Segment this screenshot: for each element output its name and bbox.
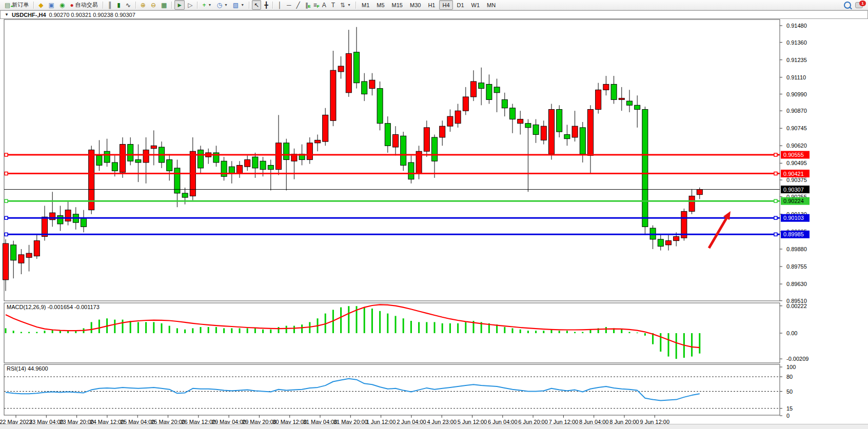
toolbar-separator [103, 2, 103, 9]
svg-text:0.89880: 0.89880 [786, 246, 807, 252]
price-axis: 0.914800.913600.912350.911100.909900.908… [780, 23, 807, 304]
zoom-in-button[interactable]: ⊕ [139, 0, 148, 10]
svg-text:-0.00209: -0.00209 [786, 356, 808, 362]
svg-text:0.90620: 0.90620 [786, 142, 807, 149]
timeframe-m30-button[interactable]: M30 [407, 0, 424, 10]
text-icon: A [322, 2, 326, 8]
rsi-pane: 1008050150RSI(14) 44.9600 [4, 364, 796, 419]
vertical-line-icon: │ [278, 2, 282, 8]
main-toolbar: ▤+新订单◆▣◉●自动交易║▮∿⊕⊖▦►▷+▼◷▼▧▼↖╋│─╱∥E≡FAT⇅▼… [0, 0, 868, 10]
svg-text:1 Jun 12:00: 1 Jun 12:00 [366, 419, 396, 424]
bar-chart-icon: ║ [108, 2, 112, 8]
bar-chart-button[interactable]: ║ [106, 0, 114, 10]
periods-icon: ◷ [216, 2, 222, 8]
svg-text:6 Jun 20:00: 6 Jun 20:00 [518, 419, 548, 424]
candles [3, 27, 703, 291]
timeframe-mn-button[interactable]: MN [484, 0, 499, 10]
chevron-down-icon[interactable]: ▼ [241, 3, 244, 7]
svg-text:5 Jun 12:00: 5 Jun 12:00 [458, 419, 487, 424]
toolbar-separator [249, 2, 249, 9]
svg-text:25 May 04:00: 25 May 04:00 [121, 419, 155, 424]
svg-text:31 May 04:00: 31 May 04:00 [303, 419, 338, 424]
svg-text:0.90495: 0.90495 [786, 160, 807, 166]
chevron-down-icon[interactable]: ▼ [208, 3, 211, 7]
crosshair-icon: ╋ [264, 2, 268, 8]
svg-text:22 May 2023: 22 May 2023 [0, 419, 32, 424]
chart-dropdown-icon[interactable]: ▼ [5, 12, 9, 17]
text-label-button[interactable]: T [329, 0, 337, 10]
zoom-out-button[interactable]: ⊖ [149, 0, 158, 10]
horizontal-line-button[interactable]: ─ [285, 0, 293, 10]
signal-button[interactable]: ◉ [57, 0, 67, 10]
svg-text:0.89985: 0.89985 [783, 231, 804, 237]
new-order-button[interactable]: ▤+新订单 [3, 0, 31, 10]
new-order-icon: ▤+ [5, 2, 10, 8]
autotrading-button[interactable]: ●自动交易 [68, 0, 100, 10]
tile-windows-button[interactable]: ▦ [159, 0, 169, 10]
chart-shift-button[interactable]: ▷ [186, 0, 194, 10]
zoom-out-icon: ⊖ [151, 2, 156, 8]
chevron-down-icon[interactable]: ▼ [347, 3, 351, 7]
equidistant-channel-icon-badge: E [308, 4, 310, 10]
timeframe-d1-button[interactable]: D1 [454, 0, 467, 10]
auto-scroll-icon: ► [176, 2, 183, 8]
svg-text:6 Jun 04:00: 6 Jun 04:00 [488, 419, 518, 424]
svg-text:15: 15 [786, 405, 793, 412]
line-chart-icon: ∿ [126, 2, 131, 8]
timeframe-m5-button[interactable]: M5 [373, 0, 387, 10]
equidistant-channel-button[interactable]: ∥E [303, 0, 310, 10]
cursor-button[interactable]: ↖ [252, 0, 261, 10]
market-watch-button[interactable]: ◆ [36, 0, 45, 10]
timeframe-w1-button[interactable]: W1 [468, 0, 483, 10]
toolbar-separator [272, 2, 273, 9]
timeframe-m1-button[interactable]: M1 [359, 0, 372, 10]
search-icon[interactable] [844, 2, 851, 9]
rsi-label: RSI(14) 44.9600 [7, 365, 48, 372]
svg-text:9 Jun 12:00: 9 Jun 12:00 [640, 419, 670, 424]
auto-scroll-button[interactable]: ► [174, 0, 185, 10]
chart-window-titlebar[interactable]: ▼ USDCHF-,H4 0.90270 0.90321 0.90238 0.9… [0, 10, 868, 19]
templates-icon: ▧ [233, 2, 239, 8]
timeframe-m15-button[interactable]: M15 [389, 0, 406, 10]
fibonacci-button[interactable]: ≡F [311, 0, 319, 10]
chart-area[interactable]: 0.914800.913600.912350.911100.909900.908… [0, 19, 868, 424]
timeframe-h4-button[interactable]: H4 [439, 0, 452, 10]
templates-button[interactable]: ▧▼ [231, 0, 246, 10]
notification-badge: 1 [859, 1, 866, 6]
timeframe-h1-button[interactable]: H1 [425, 0, 438, 10]
chart-symbol-period: USDCHF-,H4 [12, 12, 46, 18]
time-axis: 22 May 202323 May 04:0023 May 20:0024 Ma… [0, 415, 669, 424]
window-bottom-strip [0, 424, 868, 429]
svg-text:23 May 04:00: 23 May 04:00 [29, 419, 64, 424]
svg-text:0.89755: 0.89755 [786, 263, 807, 270]
macd-pane: 0.002220.00-0.00209MACD(12,26,9) -0.0016… [6, 303, 808, 362]
arrows-button[interactable]: ⇅▼ [338, 0, 353, 10]
macd-label: MACD(12,26,9) -0.001654 -0.001173 [7, 304, 100, 310]
svg-text:0.90990: 0.90990 [786, 91, 807, 97]
svg-text:0.91235: 0.91235 [786, 57, 807, 63]
svg-text:8 Jun 04:00: 8 Jun 04:00 [579, 419, 609, 424]
svg-text:0.90745: 0.90745 [786, 125, 807, 131]
periods-button[interactable]: ◷▼ [214, 0, 229, 10]
svg-text:0.90103: 0.90103 [783, 215, 804, 221]
svg-text:31 May 20:00: 31 May 20:00 [333, 419, 368, 424]
crosshair-button[interactable]: ╋ [262, 0, 270, 10]
svg-text:0.91480: 0.91480 [786, 23, 807, 29]
candlestick-chart-button[interactable]: ▮ [115, 0, 123, 10]
new-order-label: 新订单 [12, 1, 29, 9]
svg-text:0.00222: 0.00222 [786, 303, 807, 309]
new-order-icon-badge: + [11, 4, 13, 10]
svg-text:0.90375: 0.90375 [786, 177, 807, 183]
data-window-button[interactable]: ▣ [47, 0, 56, 10]
indicators-button[interactable]: +▼ [200, 0, 213, 10]
tile-windows-icon: ▦ [161, 2, 167, 8]
svg-text:24 May 12:00: 24 May 12:00 [90, 419, 125, 424]
arrows-icon: ⇅ [340, 2, 345, 8]
vertical-line-button[interactable]: │ [275, 0, 284, 10]
line-chart-button[interactable]: ∿ [124, 0, 133, 10]
chevron-down-icon[interactable]: ▼ [224, 3, 228, 7]
svg-text:25 May 20:00: 25 May 20:00 [151, 419, 185, 424]
trendline-button[interactable]: ╱ [294, 0, 302, 10]
notifications-icon[interactable]: 1 [855, 2, 863, 8]
text-button[interactable]: A [320, 0, 328, 10]
